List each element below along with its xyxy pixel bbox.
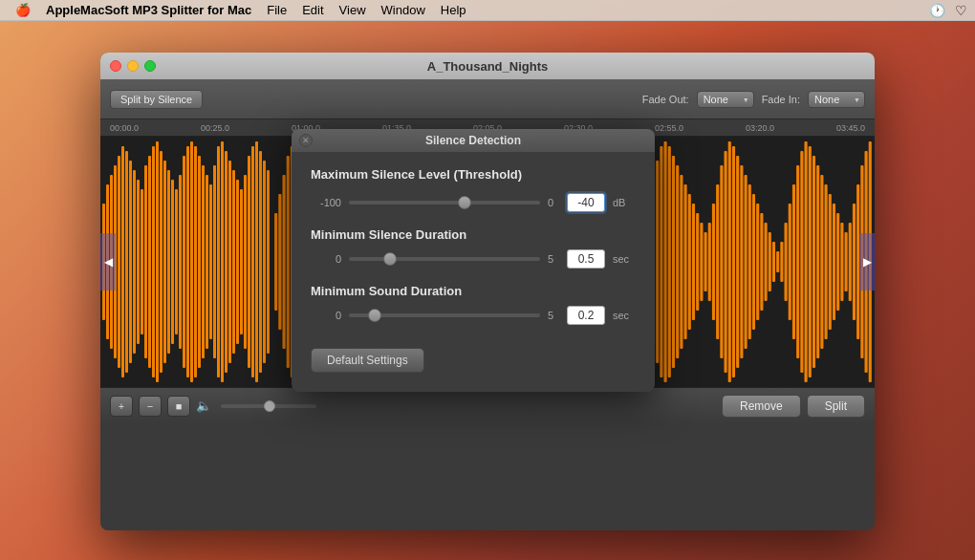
modal-close-button[interactable]: ✕ [299, 134, 313, 147]
threshold-slider-row: -100 0 -40 dB [311, 193, 636, 212]
sound-value-box[interactable]: 0.2 [567, 306, 605, 325]
modal-overlay: ✕ Silence Detection Maximum Silence Leve… [100, 53, 875, 530]
modal-body: Maximum Silence Level (Threshold) -100 0… [292, 152, 655, 392]
sound-duration-section-title: Minimum Sound Duration [311, 284, 636, 298]
silence-slider[interactable] [349, 257, 540, 261]
view-menu[interactable]: View [332, 0, 374, 20]
window-menu[interactable]: Window [374, 0, 433, 20]
threshold-slider[interactable] [349, 201, 540, 205]
silence-max-label: 5 [548, 253, 559, 265]
silence-slider-thumb[interactable] [383, 252, 397, 266]
sound-slider-thumb[interactable] [368, 309, 381, 322]
apple-menu[interactable]: 🍎 [8, 0, 38, 20]
threshold-value-box[interactable]: -40 [567, 193, 605, 212]
app-window: A_Thousand_Nights Split by Silence Fade … [100, 53, 875, 530]
sound-max-label: 5 [548, 310, 559, 321]
threshold-value: -40 [577, 196, 594, 209]
threshold-slider-thumb[interactable] [458, 196, 471, 209]
menubar: 🍎 AppleMacSoft MP3 Splitter for Mac File… [0, 0, 975, 21]
sound-unit: sec [613, 310, 636, 321]
threshold-min-label: -100 [311, 197, 341, 208]
sound-min-label: 0 [311, 310, 341, 321]
threshold-section-title: Maximum Silence Level (Threshold) [311, 167, 636, 182]
threshold-max-label: 0 [548, 197, 559, 208]
silence-value: 0.5 [578, 252, 595, 266]
silence-duration-section-title: Minimum Silence Duration [311, 227, 636, 242]
bookmark-icon: ♡ [955, 3, 967, 18]
silence-detection-modal: ✕ Silence Detection Maximum Silence Leve… [292, 129, 655, 392]
default-settings-button[interactable]: Default Settings [311, 348, 424, 373]
app-name[interactable]: AppleMacSoft MP3 Splitter for Mac [38, 0, 259, 20]
sound-slider[interactable] [349, 313, 540, 317]
sound-value: 0.2 [578, 309, 595, 322]
sound-slider-row: 0 5 0.2 sec [311, 306, 636, 325]
silence-value-box[interactable]: 0.5 [567, 249, 605, 269]
clock-icon: 🕐 [929, 3, 945, 18]
desktop: 🍎 AppleMacSoft MP3 Splitter for Mac File… [0, 0, 975, 560]
threshold-unit: dB [613, 197, 636, 208]
modal-titlebar: ✕ Silence Detection [292, 129, 655, 152]
file-menu[interactable]: File [259, 0, 294, 20]
silence-unit: sec [613, 253, 636, 265]
silence-min-label: 0 [311, 253, 341, 265]
help-menu[interactable]: Help [433, 0, 474, 20]
modal-title: Silence Detection [425, 134, 521, 147]
edit-menu[interactable]: Edit [294, 0, 331, 20]
silence-slider-row: 0 5 0.5 sec [311, 249, 636, 269]
